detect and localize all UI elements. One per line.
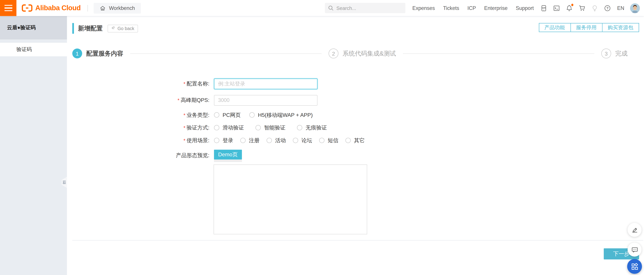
notifications-bell-icon[interactable] [566,5,573,12]
sidebar: 云盾●验证码 验证码 [0,16,67,275]
radio-other[interactable]: 其它 [346,137,365,144]
radio-circle [346,138,351,143]
radio-circle [293,138,298,143]
header-search[interactable] [325,3,405,13]
buy-resource-pack-button[interactable]: 购买资源包 [602,23,639,32]
go-back-label: Go back [118,26,134,31]
radio-login[interactable]: 登录 [214,137,233,144]
step-1-label: 配置服务内容 [86,50,123,57]
required-mark: * [184,125,185,130]
step-3-number: 3 [601,49,611,58]
alibaba-cloud-logo[interactable]: Alibaba Cloud [22,4,81,12]
sidebar-item-captcha[interactable]: 验证码 [0,43,67,56]
radio-activity[interactable]: 活动 [266,137,286,144]
demo-tab-underline [214,159,242,162]
mobile-app-icon[interactable]: APP [540,5,548,12]
peak-qps-label: *高峰期QPS: [67,97,210,104]
home-icon [100,5,106,11]
form-row-config-name: *配置名称: [67,79,644,89]
radio-sms[interactable]: 短信 [319,137,338,144]
chat-bubble-icon [631,246,638,253]
config-form: *配置名称: *高峰期QPS: *业务类型: PC网页 [67,79,644,234]
radio-circle [214,125,219,130]
radio-circle [256,125,261,130]
radio-circle [214,138,219,143]
header-icons: APP [540,5,611,12]
radio-forum[interactable]: 论坛 [293,137,312,144]
step-2: 2 系统代码集成&测试 [328,49,396,58]
radio-circle [297,125,302,130]
demo-tab-cell: Demo页 [214,150,242,162]
disable-service-button[interactable]: 服务停用 [571,23,602,32]
demo-page-tab-button[interactable]: Demo页 [214,150,242,159]
sidebar-collapse-handle[interactable] [62,177,67,188]
language-selector[interactable]: EN [617,5,624,11]
peak-qps-input[interactable] [214,95,318,106]
feedback-chat-floating-button[interactable] [628,243,642,256]
radio-invisible-verify[interactable]: 无痕验证 [297,124,327,131]
workbench-label: Workbench [109,5,135,11]
lightbulb-icon[interactable] [591,5,598,12]
step-1-number: 1 [72,49,82,58]
page-title: 新增配置 [78,25,103,32]
return-arrow-icon [111,26,116,30]
help-icon[interactable]: ? [604,5,611,12]
required-mark: * [178,97,180,103]
step-connector-2 [403,53,594,54]
nav-support[interactable]: Support [516,5,534,11]
shopping-cart-icon[interactable] [578,5,586,12]
pencil-icon [631,226,638,233]
radio-circle [319,138,324,143]
use-scenario-label: *使用场景: [67,137,210,144]
svg-text:APP: APP [542,7,546,9]
main-content: 新增配置 Go back 产品功能 服务停用 购买资源包 1 配置服务 [67,16,644,275]
radio-h5[interactable]: H5(移动端WAP + APP) [250,111,313,119]
sidebar-product-title: 云盾●验证码 [0,16,67,40]
alibaba-cloud-console: Alibaba Cloud Workbench Expe [0,0,644,275]
step-3-label: 完成 [615,50,628,57]
verify-method-label: *验证方式: [67,124,210,131]
notification-badge-dot [571,4,573,6]
header-nav: Expenses Tickets ICP Enterprise Support [412,5,534,11]
radio-circle [266,138,272,143]
content-bottom-divider [72,240,643,240]
workbench-button[interactable]: Workbench [94,3,141,14]
brand-text: Alibaba Cloud [36,4,81,12]
product-preview-label: 产品形态预览: [67,150,210,159]
feedback-edit-floating-button[interactable] [628,223,642,237]
radio-circle [240,138,246,143]
nav-enterprise[interactable]: Enterprise [484,5,508,11]
radio-slide-verify[interactable]: 滑动验证 [214,124,244,131]
form-row-peak-qps: *高峰期QPS: [67,95,644,106]
nav-tickets[interactable]: Tickets [443,5,459,11]
form-row-use-scenario: *使用场景: 登录 注册 活动 论坛 短信 其它 [67,137,644,144]
go-back-button[interactable]: Go back [108,25,138,32]
svg-text:?: ? [606,6,608,10]
nav-icp[interactable]: ICP [468,5,476,11]
required-mark: * [184,81,185,87]
config-name-label: *配置名称: [67,80,210,88]
user-avatar[interactable] [630,3,640,13]
radio-pc-web[interactable]: PC网页 [214,111,241,119]
step-2-number: 2 [328,49,338,58]
required-mark: * [184,112,185,118]
form-row-verify-method: *验证方式: 滑动验证 智能验证 无痕验证 [67,124,644,131]
hamburger-menu-button[interactable] [0,0,16,16]
form-row-business-type: *业务类型: PC网页 H5(移动端WAP + APP) [67,112,644,119]
page-action-buttons: 产品功能 服务停用 购买资源包 [539,23,639,32]
required-mark: * [184,138,185,143]
nav-expenses[interactable]: Expenses [412,5,435,11]
step-1: 1 配置服务内容 [72,49,123,58]
step-indicator: 1 配置服务内容 2 系统代码集成&测试 3 完成 [67,49,644,58]
title-accent-bar [72,23,74,34]
radio-register[interactable]: 注册 [240,137,260,144]
search-input[interactable] [336,5,398,11]
business-type-label: *业务类型: [67,111,210,119]
terminal-icon[interactable] [553,5,560,12]
product-features-button[interactable]: 产品功能 [539,23,571,32]
mini-apps-floating-button[interactable] [627,259,642,274]
alibaba-logo-icon [22,4,32,12]
config-name-input[interactable] [214,79,318,89]
captcha-preview-panel [214,165,367,234]
radio-smart-verify[interactable]: 智能验证 [256,124,286,131]
